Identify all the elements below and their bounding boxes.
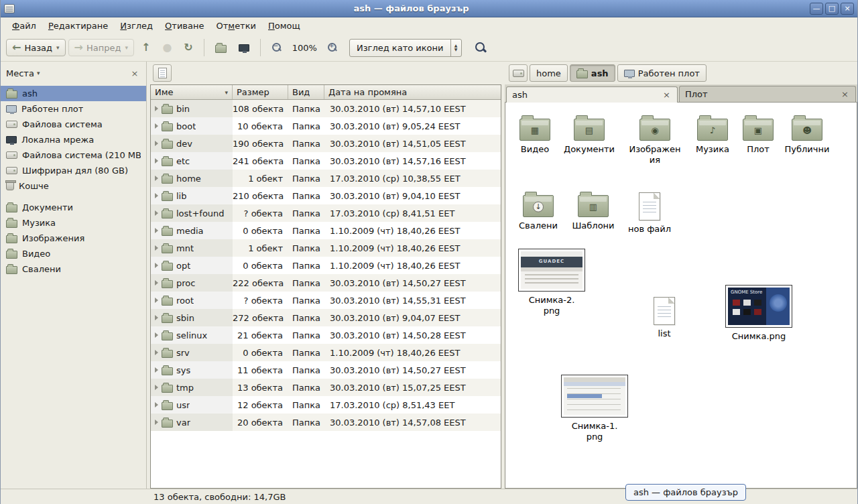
- table-row[interactable]: var 20 обекта Папка 30.03.2010 (вт) 14,5…: [151, 414, 501, 431]
- expander-icon[interactable]: [155, 385, 158, 390]
- sidebar-title[interactable]: Места: [6, 68, 34, 78]
- sidebar-item[interactable]: Шифриран дял (80 GB): [1, 163, 146, 178]
- home-button[interactable]: [210, 40, 231, 56]
- icon-view-file[interactable]: list: [636, 294, 692, 339]
- sidebar-item[interactable]: Файлова система: [1, 117, 146, 132]
- close-button[interactable]: ×: [841, 3, 854, 15]
- pane-location-button[interactable]: [153, 64, 172, 82]
- table-row[interactable]: root ? обекта Папка 30.03.2010 (вт) 14,5…: [151, 292, 501, 309]
- expander-icon[interactable]: [155, 298, 158, 303]
- sidebar-item[interactable]: Работен плот: [1, 101, 146, 117]
- tab-close-icon[interactable]: ×: [662, 90, 672, 100]
- sidebar-close-icon[interactable]: ×: [129, 68, 141, 78]
- zoom-in-button[interactable]: +: [322, 39, 343, 56]
- forward-button[interactable]: → Напред ▾: [68, 39, 134, 56]
- view-mode-combo[interactable]: Изглед като икони ▲▼: [349, 39, 462, 57]
- menu-item[interactable]: Отиване: [159, 19, 210, 33]
- icon-view-folder[interactable]: ▤ Документи: [561, 113, 617, 155]
- back-history-dropdown-icon[interactable]: ▾: [56, 44, 60, 51]
- icon-view-image[interactable]: GNOME Store Снимка.png: [724, 285, 794, 342]
- table-row[interactable]: tmp 13 обекта Папка 30.03.2010 (вт) 15,0…: [151, 379, 501, 396]
- expander-icon[interactable]: [155, 176, 158, 181]
- menu-item[interactable]: Файл: [6, 19, 42, 33]
- expander-icon[interactable]: [155, 141, 158, 146]
- menu-item[interactable]: Помощ: [262, 19, 306, 33]
- table-row[interactable]: lib 210 обекта Папка 30.03.2010 (вт) 9,0…: [151, 187, 501, 204]
- expander-icon[interactable]: [155, 420, 158, 425]
- table-row[interactable]: opt 0 обекта Папка 1.10.2009 (чт) 18,40,…: [151, 257, 501, 274]
- sidebar-item[interactable]: Локална мрежа: [1, 132, 146, 147]
- table-row[interactable]: lost+found ? обекта Папка 17.03.2010 (ср…: [151, 204, 501, 222]
- expander-icon[interactable]: [155, 263, 158, 268]
- column-header-type[interactable]: Вид: [288, 85, 324, 99]
- icon-view-folder[interactable]: ☻ Публични: [779, 113, 835, 155]
- icon-view-folder[interactable]: ↓ Свалени: [510, 190, 566, 231]
- breadcrumb-button[interactable]: Работен плот: [617, 64, 707, 82]
- menu-item[interactable]: Редактиране: [42, 19, 114, 33]
- expander-icon[interactable]: [155, 158, 158, 164]
- breadcrumb-button[interactable]: home: [530, 64, 568, 82]
- expander-icon[interactable]: [155, 193, 158, 198]
- up-button[interactable]: ↑: [137, 39, 155, 56]
- sidebar-item[interactable]: Кошче: [1, 178, 146, 194]
- column-header-date[interactable]: Дата на промяна: [324, 85, 501, 99]
- sidebar-item[interactable]: Изображения: [1, 231, 146, 246]
- table-row[interactable]: srv 0 обекта Папка 1.10.2009 (чт) 18,40,…: [151, 344, 501, 361]
- icon-view-folder[interactable]: ▣ Плот: [730, 113, 786, 155]
- table-row[interactable]: home 1 обект Папка 17.03.2010 (ср) 10,38…: [151, 170, 501, 187]
- menu-item[interactable]: Отметки: [210, 19, 263, 33]
- chevron-down-icon[interactable]: ▾: [37, 70, 40, 76]
- tab-close-icon[interactable]: ×: [840, 89, 850, 99]
- zoom-out-button[interactable]: −: [267, 39, 287, 56]
- expander-icon[interactable]: [155, 228, 158, 233]
- reload-button[interactable]: ↻: [179, 39, 197, 56]
- table-row[interactable]: media 0 обекта Папка 1.10.2009 (чт) 18,4…: [151, 222, 501, 239]
- expander-icon[interactable]: [155, 350, 158, 355]
- combo-stepper-icon[interactable]: ▲▼: [450, 40, 461, 56]
- search-button[interactable]: [471, 38, 490, 57]
- table-row[interactable]: selinux 21 обекта Папка 30.03.2010 (вт) …: [151, 326, 501, 344]
- breadcrumb-button[interactable]: ash: [570, 64, 615, 82]
- table-row[interactable]: dev 190 обекта Папка 30.03.2010 (вт) 14,…: [151, 135, 501, 152]
- sidebar-item[interactable]: Музика: [1, 215, 146, 231]
- icon-view-file[interactable]: нов файл: [621, 190, 678, 235]
- computer-button[interactable]: [234, 41, 254, 55]
- sidebar-item[interactable]: ash: [1, 86, 146, 101]
- stop-button[interactable]: ●: [158, 39, 176, 56]
- expander-icon[interactable]: [155, 280, 158, 286]
- task-popup[interactable]: ash — файлов браузър: [625, 484, 746, 501]
- column-header-name[interactable]: Име ▾: [151, 85, 233, 99]
- tab[interactable]: Плот ×: [679, 86, 856, 102]
- maximize-button[interactable]: □: [825, 3, 839, 15]
- table-row[interactable]: proc 222 обекта Папка 30.03.2010 (вт) 14…: [151, 274, 501, 292]
- expander-icon[interactable]: [155, 315, 158, 320]
- icon-view-folder[interactable]: ▦ Видео: [507, 113, 563, 155]
- menu-item[interactable]: Изглед: [114, 19, 159, 33]
- table-row[interactable]: sys 11 обекта Папка 30.03.2010 (вт) 14,5…: [151, 361, 501, 379]
- table-row[interactable]: mnt 1 обект Папка 1.10.2009 (чт) 18,40,2…: [151, 239, 501, 257]
- table-row[interactable]: bin 108 обекта Папка 30.03.2010 (вт) 14,…: [151, 100, 501, 117]
- expander-icon[interactable]: [155, 245, 158, 251]
- sidebar-item[interactable]: Свалени: [1, 261, 146, 277]
- icon-view-folder[interactable]: ▥ Шаблони: [565, 190, 621, 231]
- icon-view-image[interactable]: Снимка-1. png: [560, 375, 629, 442]
- expander-icon[interactable]: [155, 402, 158, 407]
- path-scroll-button[interactable]: [509, 64, 528, 82]
- expander-icon[interactable]: [155, 106, 158, 111]
- sidebar-item[interactable]: Видео: [1, 246, 146, 261]
- back-button[interactable]: ← Назад ▾: [6, 39, 66, 56]
- expander-icon[interactable]: [155, 367, 158, 373]
- sidebar-item[interactable]: Файлова система (210 MB): [1, 147, 146, 163]
- table-row[interactable]: sbin 272 обекта Папка 30.03.2010 (вт) 9,…: [151, 309, 501, 326]
- table-row[interactable]: usr 12 обекта Папка 17.03.2010 (ср) 8,51…: [151, 396, 501, 414]
- icon-view-folder[interactable]: ◉ Изображен ия: [627, 113, 683, 166]
- expander-icon[interactable]: [155, 332, 158, 338]
- table-row[interactable]: etc 241 обекта Папка 30.03.2010 (вт) 14,…: [151, 152, 501, 170]
- minimize-button[interactable]: —: [810, 3, 823, 15]
- table-row[interactable]: boot 10 обекта Папка 30.03.2010 (вт) 9,0…: [151, 117, 501, 135]
- sidebar-item[interactable]: Документи: [1, 200, 146, 215]
- icon-view-image[interactable]: GUADEC Снимка-2. png: [517, 249, 587, 316]
- expander-icon[interactable]: [155, 123, 158, 129]
- tab[interactable]: ash ×: [506, 86, 678, 103]
- expander-icon[interactable]: [155, 210, 158, 216]
